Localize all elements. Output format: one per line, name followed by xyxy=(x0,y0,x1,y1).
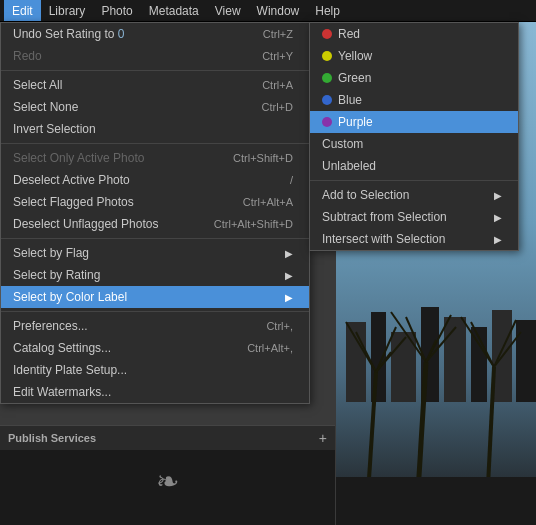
menu-item-preferences[interactable]: Preferences... Ctrl+, xyxy=(1,315,309,337)
svg-line-24 xyxy=(486,367,494,525)
arrow-icon: ▶ xyxy=(494,212,502,223)
svg-rect-7 xyxy=(421,307,439,402)
svg-line-28 xyxy=(494,332,521,367)
color-label-submenu: Red Yellow Green Blue Purple Custom Unla… xyxy=(309,22,519,251)
menu-metadata[interactable]: Metadata xyxy=(141,0,207,21)
svg-rect-11 xyxy=(516,320,536,402)
bottom-panel-title: Publish Services xyxy=(8,432,96,444)
menu-item-invert-selection[interactable]: Invert Selection xyxy=(1,118,309,140)
menu-photo[interactable]: Photo xyxy=(93,0,140,21)
menu-item-select-by-rating[interactable]: Select by Rating ▶ xyxy=(1,264,309,286)
separator-4 xyxy=(1,311,309,312)
menu-item-select-none[interactable]: Select None Ctrl+D xyxy=(1,96,309,118)
menu-item-undo[interactable]: Undo Set Rating to 0 Ctrl+Z xyxy=(1,23,309,45)
color-label-add-to-selection[interactable]: Add to Selection ▶ xyxy=(310,184,518,206)
menu-window[interactable]: Window xyxy=(249,0,308,21)
svg-line-27 xyxy=(494,320,516,367)
menu-item-select-active[interactable]: Select Only Active Photo Ctrl+Shift+D xyxy=(1,147,309,169)
separator-3 xyxy=(1,238,309,239)
svg-line-23 xyxy=(426,340,436,362)
menu-item-edit-watermarks[interactable]: Edit Watermarks... xyxy=(1,381,309,403)
svg-line-15 xyxy=(376,327,396,372)
arrow-icon: ▶ xyxy=(285,270,293,281)
svg-rect-6 xyxy=(391,332,416,402)
svg-line-14 xyxy=(356,332,376,372)
svg-line-12 xyxy=(366,372,376,525)
svg-line-13 xyxy=(346,322,376,372)
separator-2 xyxy=(1,143,309,144)
publish-logo: ❧ xyxy=(0,450,335,513)
add-service-button[interactable]: + xyxy=(319,430,327,446)
menu-item-deselect-unflagged[interactable]: Deselect Unflagged Photos Ctrl+Alt+Shift… xyxy=(1,213,309,235)
menu-help[interactable]: Help xyxy=(307,0,348,21)
color-label-red[interactable]: Red xyxy=(310,23,518,45)
color-label-green[interactable]: Green xyxy=(310,67,518,89)
menu-edit[interactable]: Edit xyxy=(4,0,41,21)
green-dot xyxy=(322,73,332,83)
svg-line-17 xyxy=(376,352,391,372)
color-label-blue[interactable]: Blue xyxy=(310,89,518,111)
svg-line-26 xyxy=(471,322,494,367)
color-label-subtract-from-selection[interactable]: Subtract from Selection ▶ xyxy=(310,206,518,228)
red-dot xyxy=(322,29,332,39)
arrow-icon: ▶ xyxy=(494,234,502,245)
color-label-purple[interactable]: Purple xyxy=(310,111,518,133)
menubar: Edit Library Photo Metadata View Window … xyxy=(0,0,536,22)
blue-dot xyxy=(322,95,332,105)
edit-dropdown-menu: Undo Set Rating to 0 Ctrl+Z Redo Ctrl+Y … xyxy=(0,22,310,404)
svg-rect-4 xyxy=(346,322,366,402)
svg-rect-8 xyxy=(444,317,466,402)
svg-line-16 xyxy=(376,337,406,372)
separator-1 xyxy=(1,70,309,71)
svg-rect-5 xyxy=(371,312,386,402)
arrow-icon: ▶ xyxy=(285,248,293,259)
purple-dot xyxy=(322,117,332,127)
menu-item-select-flagged[interactable]: Select Flagged Photos Ctrl+Alt+A xyxy=(1,191,309,213)
arrow-icon: ▶ xyxy=(285,292,293,303)
menu-item-select-all[interactable]: Select All Ctrl+A xyxy=(1,74,309,96)
menu-item-redo[interactable]: Redo Ctrl+Y xyxy=(1,45,309,67)
menu-item-deselect-active[interactable]: Deselect Active Photo / xyxy=(1,169,309,191)
arrow-icon: ▶ xyxy=(494,190,502,201)
color-label-unlabeled[interactable]: Unlabeled xyxy=(310,155,518,177)
svg-rect-9 xyxy=(471,327,487,402)
menu-item-identity-plate[interactable]: Identity Plate Setup... xyxy=(1,359,309,381)
yellow-dot xyxy=(322,51,332,61)
submenu-separator xyxy=(310,180,518,181)
svg-rect-29 xyxy=(336,477,536,525)
svg-rect-10 xyxy=(492,310,512,402)
svg-line-22 xyxy=(426,327,456,362)
color-label-custom[interactable]: Custom xyxy=(310,133,518,155)
svg-line-18 xyxy=(416,362,426,525)
color-label-intersect-with-selection[interactable]: Intersect with Selection ▶ xyxy=(310,228,518,250)
menu-library[interactable]: Library xyxy=(41,0,94,21)
color-label-yellow[interactable]: Yellow xyxy=(310,45,518,67)
bottom-panel: Publish Services + ❧ xyxy=(0,425,335,525)
menu-item-select-by-color-label[interactable]: Select by Color Label ▶ xyxy=(1,286,309,308)
svg-line-25 xyxy=(461,317,494,367)
bottom-panel-header: Publish Services + xyxy=(0,425,335,450)
menu-item-select-by-flag[interactable]: Select by Flag ▶ xyxy=(1,242,309,264)
menu-item-catalog-settings[interactable]: Catalog Settings... Ctrl+Alt+, xyxy=(1,337,309,359)
menu-view[interactable]: View xyxy=(207,0,249,21)
